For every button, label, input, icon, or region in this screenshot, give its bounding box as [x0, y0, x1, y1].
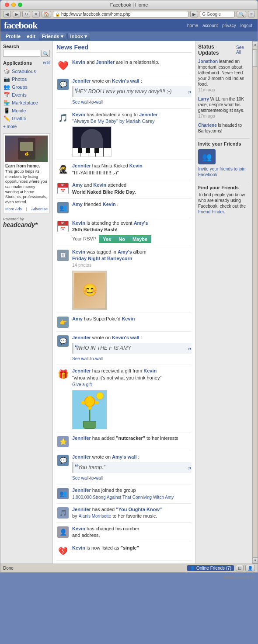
jennifer-name[interactable]: Jennifer [96, 59, 115, 65]
sidebar-label-graffiti: Graffiti [12, 116, 26, 121]
friend-finder-link[interactable]: Friend Finder. [198, 209, 225, 214]
sidebar-item-graffiti[interactable]: ✏️ Graffiti [3, 115, 50, 122]
sidebar-item-events[interactable]: 📅 Events [3, 91, 50, 99]
person-icon: 👤 [56, 526, 70, 539]
jennifer-ninja[interactable]: Jennifer [72, 163, 91, 168]
status-item-jonathon: Jonathon learned an important lesson abo… [198, 59, 250, 93]
back-button[interactable]: ◀ [3, 11, 11, 17]
edit-apps-link[interactable]: edit [43, 60, 50, 66]
jennifer-link-1[interactable]: Jennifer [72, 78, 91, 84]
amy-album[interactable]: Amy's [118, 249, 132, 254]
kevin-wall-link[interactable]: Kevin's wall [112, 78, 139, 84]
kevin-event[interactable]: Kevin [72, 220, 85, 226]
jennifer-music[interactable]: Jennifer [72, 507, 91, 512]
jennifer-gift[interactable]: Jennifer [72, 368, 91, 373]
more-ads-link[interactable]: More Ads [5, 207, 22, 211]
forward-button[interactable]: ▶ [13, 11, 21, 17]
album-name[interactable]: Friday Night at Barleycorn [72, 256, 132, 261]
rsvp-no-button[interactable]: No [115, 235, 129, 243]
wall-to-wall-link-1[interactable]: See wall-to-wall [72, 100, 103, 104]
nav-logout[interactable]: logout [239, 22, 254, 29]
search-input[interactable] [3, 50, 40, 57]
invite-link[interactable]: Invite your friends to join Facebook [198, 167, 245, 177]
advertise-link[interactable]: Advertise [31, 207, 48, 211]
amy-event-link[interactable]: Amy's [134, 220, 148, 226]
nav-inbox-dropdown[interactable]: Inbox ▾ [67, 33, 90, 40]
jennifer-interests[interactable]: Jennifer [72, 435, 91, 441]
kevin-song[interactable]: Kevin [72, 112, 85, 117]
kevin-bike[interactable]: Kevin [93, 182, 106, 188]
event-birthday: 25th Birthday Bash! [72, 227, 118, 232]
nav-privacy[interactable]: privacy [220, 22, 238, 29]
maximize-button[interactable] [18, 3, 22, 7]
nav-profile[interactable]: Profile [3, 33, 23, 40]
sidebar-item-photos[interactable]: 📷 Photos [3, 75, 50, 83]
sidebar-item-groups[interactable]: 👥 Groups [3, 83, 50, 91]
stop-button[interactable]: ✕ [32, 11, 40, 17]
scroll-up-button[interactable]: ▲ [253, 41, 258, 47]
kevin-number[interactable]: Kevin [72, 526, 85, 531]
jonathon-name: Jonathon [198, 59, 218, 64]
home-button[interactable]: 🏠 [42, 11, 51, 17]
address-bar[interactable]: 🔒 http://www.facebook.com/home.php [53, 11, 188, 17]
nav-account[interactable]: account [201, 22, 220, 29]
sidebar-item-scrabulous[interactable]: 🎲 Scrabulous [3, 67, 50, 75]
rsvp-maybe-button[interactable]: Maybe [129, 235, 151, 243]
artist-link[interactable]: Alanis Morrisette [79, 514, 111, 519]
scrollbar[interactable]: ▲ ▼ [252, 41, 258, 564]
larry-name: Larry [198, 97, 209, 101]
kevin-album[interactable]: Kevin [72, 249, 85, 254]
song-link[interactable]: "You Oughta Know" [116, 507, 162, 512]
jennifer-wall3[interactable]: Jennifer [72, 454, 91, 460]
minimize-button[interactable] [11, 3, 16, 7]
amy-poke[interactable]: Amy [72, 316, 83, 321]
scrollbar-thumb[interactable] [253, 49, 257, 67]
nav-friends-dropdown[interactable]: Friends ▾ [39, 33, 66, 40]
secure-icon: 🔒 [55, 12, 60, 17]
kevin-single[interactable]: Kevin [72, 545, 85, 550]
status-btn-1[interactable]: ⊡ [236, 565, 244, 571]
kevin-ninja[interactable]: Kevin [129, 163, 143, 168]
amy-friends[interactable]: Amy [72, 202, 83, 207]
kevin-wall2[interactable]: Kevin's wall [112, 335, 139, 340]
groups-icon: 👥 [3, 84, 10, 91]
amy-bike[interactable]: Amy [72, 182, 83, 188]
nav-home[interactable]: home [185, 22, 200, 29]
jennifer-song[interactable]: Jennifer [139, 112, 158, 117]
refresh-button[interactable]: ↻ [22, 11, 30, 17]
kevin-friends[interactable]: Kevin [103, 202, 116, 207]
status-header: Status Updates See All [198, 44, 250, 56]
interests-icon: ⭐ [56, 435, 70, 448]
scrollbar-track[interactable] [253, 47, 258, 557]
see-all-link[interactable]: See All [236, 45, 250, 55]
search-bar[interactable]: G Google [200, 11, 235, 17]
give-gift-link[interactable]: Give a gift [72, 382, 92, 387]
invite-title: Invite your Friends [198, 141, 250, 146]
rsvp-yes-button[interactable]: Yes [99, 235, 115, 243]
group-name-link[interactable]: 1,000,000 Strong Against That Conniving … [72, 495, 174, 500]
scroll-down-button[interactable]: ▼ [253, 557, 258, 564]
status-item-larry: Larry WILL run the 10K race, despite wha… [198, 96, 250, 119]
status-btn-2[interactable]: 👤 [245, 565, 255, 571]
music2-icon: 🎵 [56, 506, 70, 519]
sidebar-item-mobile[interactable]: 📱 Mobile [3, 107, 50, 115]
piano-photo-box [72, 126, 192, 157]
amy-wall[interactable]: Amy's wall [112, 454, 136, 460]
online-friends-badge[interactable]: 👤 Online Friends (7) [187, 565, 234, 571]
go-button[interactable]: ▶ [190, 11, 198, 17]
sidebar-item-marketplace[interactable]: 🏪 Marketplace [3, 99, 50, 107]
search-button[interactable]: 🔍 [237, 11, 246, 17]
jennifer-group[interactable]: Jennifer [72, 487, 91, 493]
nav-edit[interactable]: edit [24, 33, 38, 40]
settings-button[interactable]: ≡ [248, 11, 255, 17]
search-submit[interactable]: 🔍 [41, 50, 50, 57]
close-button[interactable] [5, 3, 9, 7]
kevin-gift[interactable]: Kevin [143, 368, 157, 373]
kevin-poke[interactable]: Kevin [122, 316, 135, 321]
wall-to-wall-link-2[interactable]: See wall-to-wall [72, 356, 103, 361]
sidebar-more-link[interactable]: + more [3, 124, 50, 129]
kevin-name[interactable]: Kevin [72, 59, 85, 65]
sidebar-label-marketplace: Marketplace [12, 100, 38, 105]
wall-to-wall-link-3[interactable]: See wall-to-wall [72, 476, 103, 480]
jennifer-wall2[interactable]: Jennifer [72, 335, 91, 340]
